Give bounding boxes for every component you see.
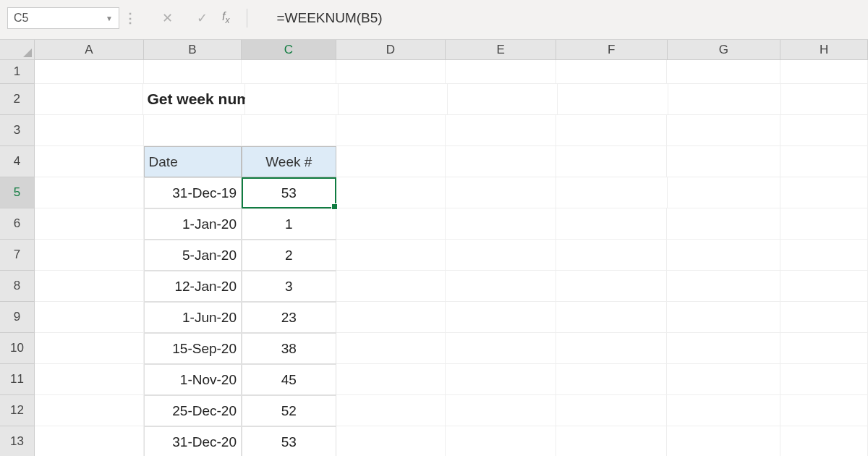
cell-F6[interactable]	[556, 208, 668, 240]
cell-D13[interactable]	[336, 426, 446, 456]
cell-A10[interactable]	[35, 333, 144, 364]
row-header-4[interactable]: 4	[0, 146, 35, 177]
cell-E9[interactable]	[446, 302, 556, 333]
cell-D6[interactable]	[336, 208, 446, 240]
cancel-icon[interactable]: ✕	[160, 10, 174, 26]
cell-A2[interactable]	[35, 84, 143, 115]
cell-B10[interactable]: 15-Sep-20	[144, 333, 242, 364]
row-header-3[interactable]: 3	[0, 115, 35, 146]
cell-G10[interactable]	[667, 333, 780, 364]
cell-A3[interactable]	[35, 115, 144, 146]
cell-E12[interactable]	[446, 395, 556, 426]
cell-C1[interactable]	[242, 60, 336, 84]
cell-G3[interactable]	[667, 115, 780, 146]
cell-H12[interactable]	[780, 395, 868, 426]
cell-E7[interactable]	[446, 240, 556, 271]
cell-H6[interactable]	[780, 208, 868, 240]
cell-A6[interactable]	[35, 208, 144, 240]
spreadsheet-grid[interactable]: A B C D E F G H 1 2 Get week number from…	[0, 40, 868, 456]
select-all-corner[interactable]	[0, 40, 35, 60]
cell-F4[interactable]	[556, 146, 668, 177]
cell-F1[interactable]	[556, 60, 668, 84]
formula-input[interactable]: =WEEKNUM(B5)	[258, 10, 868, 26]
cell-A11[interactable]	[35, 364, 144, 395]
row-header-13[interactable]: 13	[0, 426, 35, 456]
cell-B2[interactable]: Get week number from date	[143, 84, 245, 115]
row-header-8[interactable]: 8	[0, 271, 35, 302]
enter-icon[interactable]: ✓	[195, 10, 209, 26]
cell-H10[interactable]	[780, 333, 868, 364]
cell-F5[interactable]	[556, 177, 668, 208]
cell-F8[interactable]	[556, 271, 668, 302]
cell-G4[interactable]	[667, 146, 780, 177]
cell-H11[interactable]	[780, 364, 868, 395]
cell-A1[interactable]	[35, 60, 144, 84]
cell-A4[interactable]	[35, 146, 144, 177]
cell-B6[interactable]: 1-Jan-20	[144, 208, 242, 240]
cell-G12[interactable]	[667, 395, 780, 426]
cell-E1[interactable]	[446, 60, 556, 84]
cell-E11[interactable]	[446, 364, 556, 395]
row-header-12[interactable]: 12	[0, 395, 35, 426]
cell-H13[interactable]	[780, 426, 868, 456]
cell-B11[interactable]: 1-Nov-20	[144, 364, 242, 395]
name-box[interactable]: C5 ▼	[7, 7, 119, 29]
cell-B9[interactable]: 1-Jun-20	[144, 302, 242, 333]
row-header-10[interactable]: 10	[0, 333, 35, 364]
chevron-down-icon[interactable]: ▼	[106, 14, 113, 22]
cell-G13[interactable]	[667, 426, 780, 456]
cell-E13[interactable]	[446, 426, 556, 456]
cell-H8[interactable]	[780, 271, 868, 302]
cell-C13[interactable]: 53	[242, 426, 336, 456]
cell-G2[interactable]	[668, 84, 781, 115]
cell-F9[interactable]	[556, 302, 668, 333]
cell-F11[interactable]	[556, 364, 668, 395]
cell-F13[interactable]	[556, 426, 668, 456]
cell-H2[interactable]	[781, 84, 868, 115]
cell-H1[interactable]	[780, 60, 868, 84]
cell-G5[interactable]	[668, 177, 780, 208]
row-header-7[interactable]: 7	[0, 240, 35, 271]
cell-B3[interactable]	[144, 115, 242, 146]
col-header-G[interactable]: G	[668, 40, 780, 60]
cell-F10[interactable]	[556, 333, 668, 364]
cell-F7[interactable]	[556, 240, 668, 271]
cell-A8[interactable]	[35, 271, 144, 302]
col-header-D[interactable]: D	[336, 40, 446, 60]
cell-G11[interactable]	[667, 364, 780, 395]
cell-D7[interactable]	[336, 240, 446, 271]
cell-C8[interactable]: 3	[242, 271, 336, 302]
col-header-B[interactable]: B	[144, 40, 242, 60]
cell-A13[interactable]	[35, 426, 144, 456]
cell-C4[interactable]: Week #	[242, 146, 336, 177]
cell-F3[interactable]	[556, 115, 668, 146]
col-header-H[interactable]: H	[780, 40, 868, 60]
cell-E8[interactable]	[446, 271, 556, 302]
cell-F2[interactable]	[558, 84, 668, 115]
cell-G1[interactable]	[667, 60, 780, 84]
cell-A9[interactable]	[35, 302, 144, 333]
cell-E5[interactable]	[446, 177, 556, 208]
row-header-5[interactable]: 5	[0, 177, 35, 208]
row-header-9[interactable]: 9	[0, 302, 35, 333]
cell-B4[interactable]: Date	[144, 146, 242, 177]
col-header-A[interactable]: A	[35, 40, 144, 60]
cell-F12[interactable]	[556, 395, 668, 426]
cell-D11[interactable]	[336, 364, 446, 395]
cell-C5[interactable]: 53	[242, 177, 336, 208]
cell-E4[interactable]	[446, 146, 556, 177]
fx-icon[interactable]: fx	[222, 10, 229, 25]
cell-C6[interactable]: 1	[242, 208, 336, 240]
row-header-6[interactable]: 6	[0, 208, 35, 240]
cell-D10[interactable]	[336, 333, 446, 364]
cell-A7[interactable]	[35, 240, 144, 271]
cell-G8[interactable]	[667, 271, 780, 302]
cell-D8[interactable]	[336, 271, 446, 302]
row-header-2[interactable]: 2	[0, 84, 35, 115]
cell-E2[interactable]	[448, 84, 558, 115]
cell-C7[interactable]: 2	[242, 240, 336, 271]
cell-D5[interactable]	[336, 177, 446, 208]
cell-G9[interactable]	[667, 302, 780, 333]
cell-B13[interactable]: 31-Dec-20	[144, 426, 242, 456]
row-header-1[interactable]: 1	[0, 60, 35, 84]
